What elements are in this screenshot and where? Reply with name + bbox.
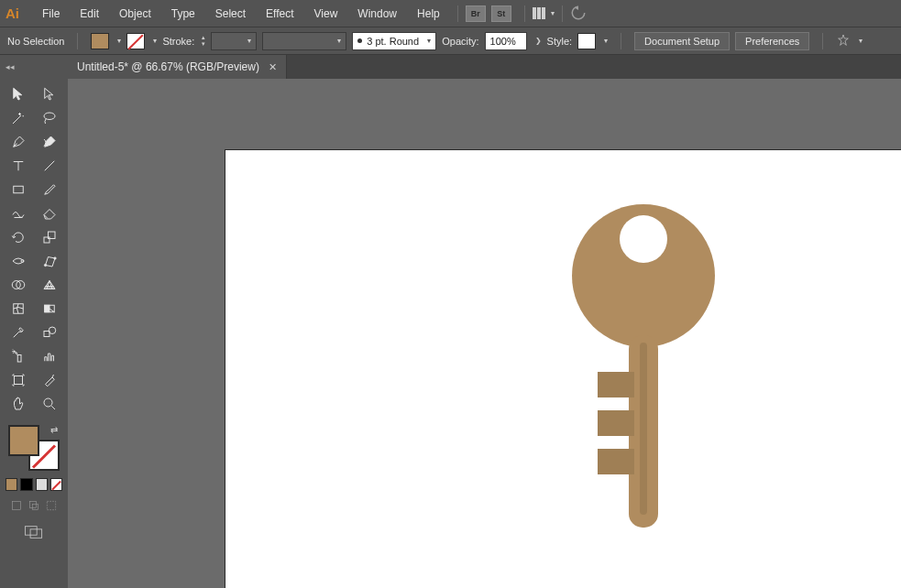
slice-tool[interactable]: [38, 370, 61, 390]
free-transform-tool[interactable]: [38, 251, 61, 271]
gradient-tool[interactable]: [38, 299, 61, 319]
chevron-down-icon[interactable]: ▾: [117, 37, 121, 45]
svg-rect-11: [45, 305, 49, 312]
chevron-down-icon[interactable]: ▾: [604, 37, 608, 45]
shaper-tool[interactable]: [6, 203, 30, 223]
menu-object[interactable]: Object: [109, 7, 161, 20]
menu-edit[interactable]: Edit: [70, 7, 109, 20]
svg-rect-15: [15, 376, 23, 385]
variable-width-profile-dropdown[interactable]: 3 pt. Round ▾: [352, 32, 436, 50]
menu-bar: Ai File Edit Object Type Select Effect V…: [0, 0, 901, 27]
menu-help[interactable]: Help: [407, 7, 450, 20]
divider: [457, 5, 458, 22]
rotate-tool[interactable]: [6, 227, 30, 247]
type-tool[interactable]: [6, 156, 30, 176]
tab-title: Untitled-5* @ 66.67% (RGB/Preview): [77, 60, 259, 73]
key-artwork: [543, 198, 744, 546]
arrange-documents-icon[interactable]: [533, 7, 545, 19]
none-mode-icon[interactable]: [50, 478, 62, 491]
menu-file[interactable]: File: [32, 7, 70, 20]
hand-tool[interactable]: [6, 394, 30, 414]
width-tool[interactable]: [6, 251, 30, 271]
perspective-grid-tool[interactable]: [38, 275, 61, 295]
screen-mode-button[interactable]: [5, 525, 62, 539]
brush-definition-dropdown[interactable]: ▾: [262, 32, 346, 50]
direct-selection-tool[interactable]: [38, 84, 61, 104]
scale-tool[interactable]: [38, 227, 61, 247]
control-bar: No Selection ▾ ▾ Stroke: ▾ ▾ 3 pt. Round…: [0, 27, 901, 55]
zoom-tool[interactable]: [38, 394, 61, 414]
fill-swatch[interactable]: [91, 33, 109, 49]
curvature-tool[interactable]: [38, 132, 61, 152]
divider: [77, 33, 78, 49]
color-mode-icon[interactable]: [5, 478, 17, 491]
draw-inside-icon[interactable]: [45, 499, 58, 512]
draw-behind-icon[interactable]: [27, 499, 40, 512]
bridge-icon[interactable]: Br: [466, 5, 486, 22]
blend-tool[interactable]: [38, 322, 61, 343]
menu-window[interactable]: Window: [347, 7, 407, 20]
svg-rect-1: [14, 186, 24, 193]
panel-dock-collapse-icon[interactable]: ◂◂: [0, 55, 68, 79]
symbol-sprayer-tool[interactable]: [6, 346, 30, 366]
svg-rect-20: [47, 501, 55, 509]
svg-rect-19: [32, 504, 38, 509]
selection-tool[interactable]: [6, 84, 30, 104]
stroke-weight-stepper[interactable]: [202, 35, 205, 47]
chevron-down-icon[interactable]: ▾: [859, 37, 863, 45]
mesh-tool[interactable]: [6, 299, 30, 319]
column-graph-tool[interactable]: [38, 346, 61, 366]
rectangle-tool[interactable]: [6, 180, 30, 200]
fill-color-icon[interactable]: [8, 425, 39, 456]
menu-type[interactable]: Type: [161, 7, 205, 20]
gradient-mode-icon[interactable]: [20, 478, 32, 491]
menu-select[interactable]: Select: [205, 7, 256, 20]
menu-view[interactable]: View: [304, 7, 348, 20]
artboard[interactable]: [225, 150, 901, 588]
divider: [621, 33, 621, 49]
document-setup-button[interactable]: Document Setup: [634, 32, 730, 50]
stroke-weight-input[interactable]: ▾: [211, 32, 257, 50]
eyedropper-tool[interactable]: [6, 322, 30, 343]
svg-rect-21: [26, 527, 38, 535]
pattern-mode-icon[interactable]: [36, 478, 48, 491]
canvas-area[interactable]: [68, 79, 901, 588]
draw-normal-icon[interactable]: [10, 499, 23, 512]
opacity-chevron-icon[interactable]: ❯: [535, 37, 542, 45]
opacity-label: Opacity:: [442, 36, 478, 47]
svg-rect-9: [14, 304, 24, 314]
style-label: Style:: [547, 36, 573, 47]
svg-point-4: [21, 260, 24, 263]
document-tab[interactable]: Untitled-5* @ 66.67% (RGB/Preview) ✕: [68, 55, 287, 79]
fill-stroke-control[interactable]: ⇄: [8, 425, 60, 471]
svg-point-5: [44, 264, 46, 266]
eraser-tool[interactable]: [38, 203, 61, 223]
paintbrush-tool[interactable]: [38, 180, 61, 200]
artboard-tool[interactable]: [6, 370, 30, 390]
pen-tool[interactable]: [6, 132, 30, 152]
stroke-label: Stroke:: [162, 36, 194, 47]
svg-rect-27: [598, 372, 634, 397]
sync-settings-icon[interactable]: [570, 5, 587, 23]
divider: [562, 5, 563, 22]
close-tab-icon[interactable]: ✕: [269, 61, 277, 73]
opacity-input[interactable]: 100%: [485, 32, 527, 50]
graphic-style-swatch[interactable]: [577, 33, 596, 49]
shape-builder-tool[interactable]: [6, 275, 30, 295]
chevron-down-icon[interactable]: ▾: [153, 37, 157, 45]
svg-rect-22: [30, 529, 42, 538]
chevron-down-icon[interactable]: ▾: [551, 9, 555, 17]
line-segment-tool[interactable]: [38, 156, 61, 176]
align-icon[interactable]: [836, 33, 851, 49]
stroke-swatch[interactable]: [126, 33, 145, 49]
svg-point-24: [620, 215, 667, 263]
preferences-button[interactable]: Preferences: [735, 32, 809, 50]
selection-status: No Selection: [7, 36, 64, 47]
magic-wand-tool[interactable]: [6, 108, 30, 128]
menu-effect[interactable]: Effect: [256, 7, 303, 20]
swap-fill-stroke-icon[interactable]: ⇄: [50, 425, 58, 435]
stock-icon[interactable]: St: [491, 5, 511, 22]
svg-point-0: [44, 113, 55, 120]
lasso-tool[interactable]: [38, 108, 61, 128]
svg-rect-2: [44, 237, 49, 243]
